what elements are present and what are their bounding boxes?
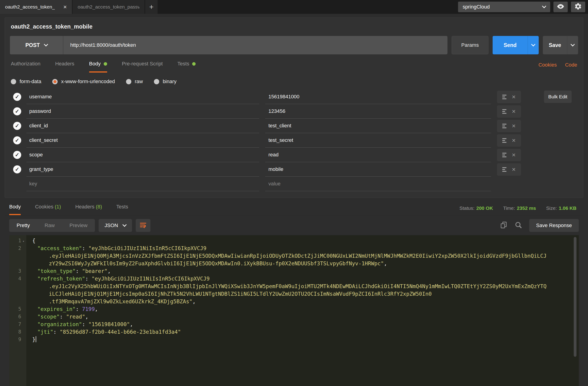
environment-selector-value: springCloud <box>463 4 490 10</box>
body-mode-binary[interactable]: binary <box>154 79 176 84</box>
param-key-text: client_secret <box>29 137 58 143</box>
param-key-input[interactable]: password <box>26 104 259 119</box>
param-value-input[interactable]: mobile <box>265 162 491 177</box>
param-value-input[interactable]: read <box>265 148 491 162</box>
row-delete-icon[interactable]: × <box>512 108 515 115</box>
chevron-down-icon <box>123 223 127 227</box>
row-menu-icon[interactable] <box>502 166 506 173</box>
response-tab-headers[interactable]: Headers (8) <box>75 204 102 215</box>
radio-icon[interactable] <box>126 79 131 84</box>
save-button[interactable]: Save <box>543 36 567 54</box>
code-token: , <box>95 306 98 312</box>
code-link[interactable]: Code <box>565 62 577 68</box>
code-token: "organization" <box>37 321 82 327</box>
radio-icon[interactable] <box>52 79 58 84</box>
param-value-input[interactable]: 15619841000 <box>265 90 491 104</box>
row-enabled-checkbox[interactable]: ✓ <box>13 93 21 101</box>
response-tab-cookies[interactable]: Cookies (1) <box>35 204 61 215</box>
environment-selector[interactable]: springCloud <box>458 2 550 12</box>
table-row: ✓password123456× <box>13 104 583 119</box>
row-menu-icon[interactable] <box>502 137 506 144</box>
row-menu-icon[interactable] <box>502 123 506 129</box>
format-selector[interactable]: JSON <box>99 219 132 232</box>
body-mode-x-www-form-urlencoded[interactable]: x-www-form-urlencoded <box>52 79 115 84</box>
radio-icon[interactable] <box>11 79 16 84</box>
workspace-tab-oauth2-access-token-passv[interactable]: oauth2_access_token_passv <box>73 0 145 14</box>
params-button[interactable]: Params <box>452 36 488 54</box>
param-value-input[interactable]: test_client <box>265 119 491 133</box>
bulk-edit-button[interactable]: Bulk Edit <box>544 91 572 103</box>
response-body-viewer: 1▾{2"access_token": "eyJhbGciOiJIUzI1NiI… <box>9 235 579 386</box>
close-icon[interactable]: × <box>60 4 67 10</box>
code-token: "eyJhbGciOiJIUzI1NiIsInR5cCI6IkpXVCJ9 <box>88 245 207 251</box>
row-enabled-checkbox[interactable]: ✓ <box>13 151 21 159</box>
row-enabled-checkbox[interactable]: ✓ <box>13 165 21 173</box>
param-key-input[interactable]: username <box>26 90 259 104</box>
param-key-input[interactable]: grant_type <box>26 162 259 177</box>
param-value-input[interactable]: 123456 <box>265 104 491 119</box>
environment-quick-look-button[interactable] <box>553 2 568 12</box>
send-options-button[interactable] <box>528 36 539 54</box>
chevron-down-icon <box>542 4 546 8</box>
search-icon[interactable] <box>514 221 522 230</box>
table-row: keyvalue <box>13 177 583 191</box>
param-value-input[interactable]: test_secret <box>265 133 491 148</box>
view-mode-pretty[interactable]: Pretty <box>9 219 37 232</box>
body-mode-form-data[interactable]: form-data <box>11 79 41 84</box>
tab-authorization[interactable]: Authorization <box>11 61 40 73</box>
tab-body[interactable]: Body <box>89 61 107 73</box>
url-bar: POST http://host1:8000/oauth/token Param… <box>10 36 578 54</box>
param-value-text: value <box>268 181 281 187</box>
scrollbar[interactable] <box>574 237 576 357</box>
new-tab-button[interactable]: + <box>145 0 158 14</box>
row-checkbox-cell <box>13 177 26 191</box>
row-menu-icon[interactable] <box>502 94 506 100</box>
code-token: iLCJleHAiOjE1NjQ1MjE1MjcsImp0aSI6IjNhZTk… <box>49 291 432 297</box>
code-token: : <box>82 245 88 251</box>
param-key-input[interactable]: client_id <box>26 119 259 133</box>
format-label: JSON <box>105 223 118 228</box>
row-enabled-checkbox[interactable]: ✓ <box>13 136 21 144</box>
tab-headers[interactable]: Headers <box>55 61 74 73</box>
row-menu-icon[interactable] <box>502 152 506 158</box>
gear-icon <box>574 2 582 11</box>
response-tab-tests[interactable]: Tests <box>116 204 128 215</box>
workspace-tab-oauth2-access-token[interactable]: oauth2_access_token_× <box>0 0 72 14</box>
row-menu-icon[interactable] <box>502 108 506 115</box>
tab-tests[interactable]: Tests <box>177 61 196 73</box>
code-line: 6"scope": "read", <box>9 313 579 321</box>
row-delete-icon[interactable]: × <box>512 94 515 100</box>
param-value-input[interactable]: value <box>265 177 491 191</box>
row-enabled-checkbox[interactable]: ✓ <box>13 107 21 115</box>
send-button[interactable]: Send <box>493 36 528 54</box>
method-selector[interactable]: POST <box>10 36 63 54</box>
row-delete-icon[interactable]: × <box>512 166 515 173</box>
radio-icon[interactable] <box>154 79 159 84</box>
url-input[interactable]: http://host1:8000/oauth/token <box>63 42 136 48</box>
param-key-text: username <box>29 94 52 100</box>
row-delete-icon[interactable]: × <box>512 152 515 158</box>
line-number: 6 <box>9 313 21 321</box>
line-number: 2 <box>9 244 21 252</box>
param-key-input[interactable]: key <box>26 177 259 191</box>
param-key-input[interactable]: client_secret <box>26 133 259 148</box>
response-tab-body[interactable]: Body <box>9 204 21 215</box>
row-delete-icon[interactable]: × <box>512 137 515 144</box>
save-options-button[interactable] <box>567 36 578 54</box>
row-enabled-checkbox[interactable]: ✓ <box>13 122 21 130</box>
wrap-lines-button[interactable] <box>136 219 150 232</box>
body-mode-raw[interactable]: raw <box>126 79 143 84</box>
code-token: : <box>76 306 82 312</box>
param-key-input[interactable]: scope <box>26 148 259 162</box>
param-key-text: key <box>29 181 37 187</box>
view-mode-preview[interactable]: Preview <box>62 219 95 232</box>
param-value-text: mobile <box>268 166 283 172</box>
fold-arrow-icon[interactable]: ▾ <box>22 237 24 245</box>
cookies-link[interactable]: Cookies <box>538 62 557 68</box>
row-delete-icon[interactable]: × <box>512 123 515 129</box>
save-response-button[interactable]: Save Response <box>529 219 579 232</box>
tab-pre-request-script[interactable]: Pre-request Script <box>122 61 163 73</box>
view-mode-raw[interactable]: Raw <box>37 219 62 232</box>
settings-button[interactable] <box>571 2 585 12</box>
copy-button[interactable] <box>500 221 508 230</box>
